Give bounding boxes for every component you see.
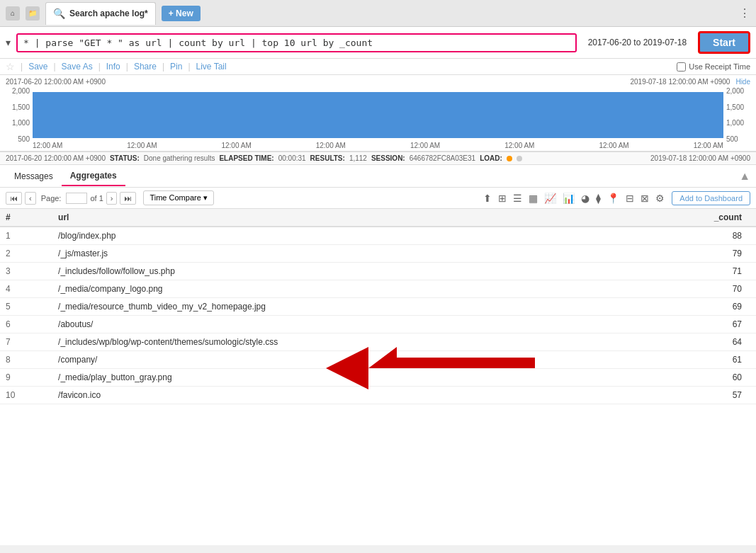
grid-icon[interactable]: ⊟	[624, 191, 636, 205]
home-icon[interactable]: ⌂	[6, 6, 20, 21]
tab-aggregates[interactable]: Aggregates	[62, 166, 125, 186]
table-row[interactable]: 1 /blog/index.php 88	[0, 227, 756, 245]
page-number-input[interactable]: 1	[66, 193, 87, 204]
time-compare-label: Time Compare	[149, 193, 201, 202]
receipt-checkbox[interactable]	[677, 62, 686, 72]
collapse-icon[interactable]: ▲	[739, 170, 750, 183]
chart-section: 2017-06-20 12:00:00 AM +0900 2019-07-18 …	[0, 75, 756, 152]
status-end-time: 2019-07-18 12:00:00 AM +0900	[650, 154, 750, 162]
table-row[interactable]: 2 /_js/master.js 79	[0, 245, 756, 263]
chart-xaxis: 12:00 AM 12:00 AM 12:00 AM 12:00 AM 12:0…	[33, 142, 723, 149]
row-url: /favicon.ico	[52, 387, 636, 404]
table-row[interactable]: 8 /company/ 61	[0, 351, 756, 369]
table-row[interactable]: 5 /_media/resource_thumb_video_my_v2_hom…	[0, 298, 756, 316]
page-of: of 1	[90, 194, 103, 203]
data-table-wrap: # url _count 1 /blog/index.php 88 2 /_js…	[0, 209, 756, 545]
row-num: 9	[0, 369, 52, 387]
next-page-button[interactable]: ›	[106, 192, 118, 205]
row-url: /_media/resource_thumb_video_my_v2_homep…	[52, 298, 636, 316]
row-num: 2	[0, 245, 52, 263]
time-compare-button[interactable]: Time Compare ▾	[143, 190, 213, 205]
menu-icon[interactable]: ⋮	[739, 6, 750, 20]
chart-end-time: 2019-07-18 12:00:00 AM +0900	[630, 78, 730, 86]
save-button[interactable]: Save	[26, 61, 50, 72]
action-toolbar: ☆ | Save | Save As | Info | Share | Pin …	[0, 59, 756, 75]
row-url: /_media/company_logo.png	[52, 280, 636, 298]
row-num: 10	[0, 387, 52, 404]
row-num: 6	[0, 316, 52, 333]
tab-label: Search apache log*	[69, 8, 148, 18]
row-num: 4	[0, 280, 52, 298]
results-value: 1,112	[349, 154, 367, 162]
bar-chart-icon[interactable]: ▦	[526, 191, 540, 205]
new-btn-label: + New	[169, 8, 193, 18]
receipt-label: Use Receipt Time	[689, 62, 750, 71]
elapsed-label: ELAPSED TIME:	[219, 154, 273, 162]
start-button[interactable]: Start	[698, 31, 750, 54]
results-label: RESULTS:	[310, 154, 345, 162]
table-row[interactable]: 7 /_includes/wp/blog/wp-content/themes/s…	[0, 333, 756, 351]
status-bar: 2017-06-20 12:00:00 AM +0900 STATUS: Don…	[0, 152, 756, 165]
chart-body[interactable]: 12:00 AM 12:00 AM 12:00 AM 12:00 AM 12:0…	[33, 87, 723, 151]
pie-chart-icon[interactable]: ◕	[579, 191, 592, 205]
table-row[interactable]: 3 /_includes/follow/follow_us.php 71	[0, 263, 756, 280]
search-tab[interactable]: 🔍 Search apache log*	[45, 2, 156, 25]
session-label: SESSION:	[371, 154, 405, 162]
area-chart-icon[interactable]: 📊	[560, 191, 577, 205]
row-count: 64	[636, 333, 756, 351]
hide-button[interactable]: Hide	[735, 78, 750, 86]
chart-start-time: 2017-06-20 12:00:00 AM +0900	[6, 78, 106, 86]
table-row[interactable]: 9 /_media/play_button_gray.png 60	[0, 369, 756, 387]
date-range: 2017-06-20 to 2019-07-18	[588, 38, 687, 47]
row-url: /_includes/wp/blog/wp-content/themes/sum…	[52, 333, 636, 351]
columns-icon[interactable]: ☰	[511, 191, 524, 205]
chart-yaxis-left: 2,000 1,500 1,000 500	[6, 87, 33, 151]
query-input[interactable]: * | parse "GET * " as url | count by url…	[16, 33, 577, 52]
row-count: 61	[636, 351, 756, 369]
star-icon[interactable]: ☆	[6, 61, 15, 72]
table-toolbar: ⏮ ‹ Page: 1 of 1 › ⏭ Time Compare ▾ ⬆ ⊞ …	[0, 188, 756, 209]
load-label: LOAD:	[480, 154, 502, 162]
table-row[interactable]: 6 /aboutus/ 67	[0, 316, 756, 333]
row-num: 3	[0, 263, 52, 280]
row-count: 69	[636, 298, 756, 316]
folder-icon[interactable]: 📁	[26, 6, 40, 21]
row-url: /blog/index.php	[52, 227, 636, 245]
line-chart-icon[interactable]: 📈	[542, 191, 558, 205]
save-as-button[interactable]: Save As	[59, 61, 96, 72]
chart-timestamps: 2017-06-20 12:00:00 AM +0900 2019-07-18 …	[6, 78, 750, 86]
row-num: 8	[0, 351, 52, 369]
query-bar: ▾ * | parse "GET * " as url | count by u…	[0, 27, 756, 59]
info-button[interactable]: Info	[103, 61, 123, 72]
row-num: 1	[0, 227, 52, 245]
col-header-url: url	[52, 209, 636, 227]
expand-icon[interactable]: ▾	[6, 37, 11, 48]
upload-icon[interactable]: ⬆	[481, 191, 494, 205]
table-row[interactable]: 10 /favicon.ico 57	[0, 387, 756, 404]
combo-chart-icon[interactable]: ⧫	[594, 191, 603, 205]
tab-icon: 🔍	[53, 8, 65, 19]
add-to-dashboard-button[interactable]: Add to Dashboard	[672, 191, 750, 205]
first-page-button[interactable]: ⏮	[6, 192, 22, 205]
expand-icon[interactable]: ⊠	[638, 191, 651, 205]
share-button[interactable]: Share	[131, 61, 159, 72]
col-header-num: #	[0, 209, 52, 227]
settings-icon[interactable]: ⚙	[653, 191, 667, 205]
tab-messages[interactable]: Messages	[6, 167, 62, 186]
row-count: 60	[636, 369, 756, 387]
new-button[interactable]: + New	[162, 6, 201, 21]
table-body: 1 /blog/index.php 88 2 /_js/master.js 79…	[0, 227, 756, 404]
dropdown-icon: ▾	[203, 193, 208, 202]
table-icon[interactable]: ⊞	[496, 191, 509, 205]
icon-buttons: ⬆ ⊞ ☰ ▦ 📈 📊 ◕ ⧫ 📍 ⊟ ⊠ ⚙ Add to Dashboard	[481, 191, 750, 205]
map-icon[interactable]: 📍	[605, 191, 621, 205]
row-url: /aboutus/	[52, 316, 636, 333]
last-page-button[interactable]: ⏭	[120, 192, 136, 205]
pin-button[interactable]: Pin	[167, 61, 185, 72]
chart-bar	[33, 92, 723, 138]
row-url: /_js/master.js	[52, 245, 636, 263]
row-count: 79	[636, 245, 756, 263]
live-tail-button[interactable]: Live Tail	[193, 61, 230, 72]
table-row[interactable]: 4 /_media/company_logo.png 70	[0, 280, 756, 298]
prev-page-button[interactable]: ‹	[25, 192, 36, 205]
